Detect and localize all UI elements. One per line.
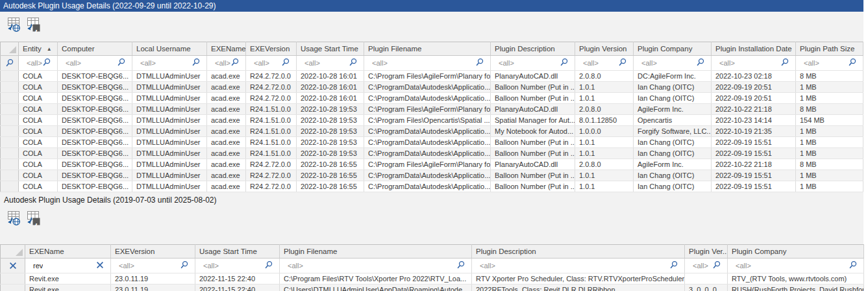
cell-plugin-ver[interactable] [685, 273, 728, 285]
cell-computer[interactable]: DESKTOP-EBQG6... [58, 170, 132, 181]
cell-plugin-description[interactable]: My Notebook for Autod... [491, 126, 575, 137]
cell-plugin-path-size[interactable]: 8 MB [796, 71, 863, 82]
cell-plugin-path-size[interactable]: 1 MB [796, 93, 863, 104]
column-header-exename[interactable]: EXEName [207, 42, 246, 56]
column-header-plugin-installation-date[interactable]: Plugin Installation Date [712, 42, 796, 56]
cell-computer[interactable]: DESKTOP-EBQG6... [58, 126, 132, 137]
cell-plugin-description[interactable]: Balloon Number (Put in ... [491, 137, 575, 148]
table-row[interactable]: Revit.exe23.0.11.192022-11-15 22:40C:\Us… [1, 285, 864, 291]
cell-local-username[interactable]: DTMLLUAdminUser [132, 104, 207, 115]
cell-usage-start-time[interactable]: 2022-10-28 19:53 [297, 148, 364, 159]
cell-plugin-installation-date[interactable]: 2022-10-22 21:18 [712, 104, 796, 115]
column-header-computer[interactable]: Computer [58, 42, 132, 56]
cell-plugin-filename[interactable]: C:\Program Files\AgileForm\Planary fo... [364, 159, 491, 170]
row-indicator[interactable] [1, 285, 25, 291]
filter-cell-local-username[interactable]: <all> [132, 56, 207, 71]
column-header-plugin-company[interactable]: Plugin Company [728, 245, 864, 259]
row-indicator[interactable] [1, 104, 19, 115]
cell-usage-start-time[interactable]: 2022-10-28 19:53 [297, 126, 364, 137]
filter-input[interactable]: <all> [800, 56, 860, 70]
filter-cell-exeversion[interactable]: <all> [111, 259, 195, 273]
table-row[interactable]: Revit.exe23.0.11.192022-11-15 22:40C:\Pr… [1, 273, 864, 285]
column-header-local-username[interactable]: Local Username [132, 42, 207, 56]
cell-entity[interactable]: COLA [19, 71, 58, 82]
row-indicator[interactable] [1, 137, 19, 148]
search-icon[interactable] [849, 260, 858, 271]
cell-exeversion[interactable]: R24.1.51.0.0 [246, 126, 297, 137]
cell-exename[interactable]: acad.exe [207, 104, 246, 115]
column-header-plugin-ver[interactable]: Plugin Ver... [685, 245, 728, 259]
export-table-web-icon[interactable] [5, 16, 22, 33]
column-header-plugin-filename[interactable]: Plugin Filename [364, 42, 491, 56]
search-icon[interactable] [281, 58, 290, 68]
cell-usage-start-time[interactable]: 2022-11-15 22:40 [195, 285, 280, 291]
cell-plugin-version[interactable]: 1.0.1 [575, 170, 634, 181]
export-table-web-icon[interactable] [5, 210, 22, 227]
cell-plugin-company[interactable]: RTV_(RTV Tools, www.rtvtools.com) [728, 273, 864, 285]
cell-local-username[interactable]: DTMLLUAdminUser [132, 82, 207, 93]
cell-entity[interactable]: COLA [19, 82, 58, 93]
cell-plugin-version[interactable]: 8.0.1.12850 [575, 115, 634, 126]
row-indicator[interactable] [1, 126, 19, 137]
filter-cell-plugin-ver[interactable]: <all> [685, 259, 728, 273]
cell-plugin-description[interactable]: PlanaryAutoCAD.dll [491, 104, 575, 115]
cell-computer[interactable]: DESKTOP-EBQG6... [58, 93, 132, 104]
filter-input[interactable]: <all> [689, 259, 725, 273]
search-icon[interactable] [475, 58, 484, 68]
cell-exeversion[interactable]: R24.2.72.0.0 [246, 71, 297, 82]
cell-entity[interactable]: COLA [19, 126, 58, 137]
cell-exename[interactable]: acad.exe [207, 137, 246, 148]
cell-usage-start-time[interactable]: 2022-10-28 16:55 [297, 159, 364, 170]
cell-plugin-description[interactable]: PlanaryAutoCAD.dll [491, 71, 575, 82]
cell-plugin-installation-date[interactable]: 2022-10-23 14:14 [712, 115, 796, 126]
cell-plugin-installation-date[interactable]: 2022-09-19 15:51 [712, 148, 796, 159]
filter-input[interactable]: rev [29, 259, 108, 273]
cell-entity[interactable]: COLA [19, 159, 58, 170]
cell-usage-start-time[interactable]: 2022-10-28 19:53 [297, 137, 364, 148]
table-row[interactable]: COLADESKTOP-EBQG6...DTMLLUAdminUseracad.… [1, 137, 863, 148]
filter-cell-usage-start-time[interactable]: <all> [195, 259, 280, 273]
cell-computer[interactable]: DESKTOP-EBQG6... [58, 137, 132, 148]
row-indicator[interactable] [1, 148, 19, 159]
search-icon[interactable] [669, 260, 678, 271]
cell-plugin-path-size[interactable]: 8 MB [796, 104, 863, 115]
cell-exeversion[interactable]: R24.2.72.0.0 [246, 170, 297, 181]
cell-plugin-company[interactable]: Ian Chang (OITC) [634, 148, 712, 159]
cell-plugin-version[interactable]: 1.0.1 [575, 181, 634, 192]
table-row[interactable]: COLADESKTOP-EBQG6...DTMLLUAdminUseracad.… [1, 104, 863, 115]
table-row[interactable]: COLADESKTOP-EBQG6...DTMLLUAdminUseracad.… [1, 148, 863, 159]
cell-entity[interactable]: COLA [19, 115, 58, 126]
column-header-entity[interactable]: Entity▲ [19, 42, 58, 56]
cell-plugin-company[interactable]: RUSH(RushForth Projects, David Rushforth… [728, 285, 864, 291]
search-icon[interactable] [349, 58, 358, 68]
cell-plugin-path-size[interactable]: 8 MB [796, 159, 863, 170]
clear-all-filters-button[interactable] [1, 259, 25, 273]
column-header-plugin-path-size[interactable]: Plugin Path Size [796, 42, 863, 56]
export-table-data-icon[interactable]: , [25, 210, 42, 227]
search-icon[interactable] [180, 260, 189, 271]
filter-input[interactable]: <all> [732, 259, 861, 273]
cell-computer[interactable]: DESKTOP-EBQG6... [58, 104, 132, 115]
table-row[interactable]: COLADESKTOP-EBQG6...DTMLLUAdminUseracad.… [1, 159, 863, 170]
cell-plugin-description[interactable]: Balloon Number (Put in ... [491, 148, 575, 159]
search-icon[interactable] [117, 58, 126, 68]
cell-local-username[interactable]: DTMLLUAdminUser [132, 137, 207, 148]
cell-plugin-company[interactable]: Forgify Software, LLC.... [634, 126, 712, 137]
cell-plugin-version[interactable]: 1.0.1 [575, 137, 634, 148]
cell-plugin-path-size[interactable]: 1 MB [796, 82, 863, 93]
cell-plugin-description[interactable]: Balloon Number (Put in ... [491, 93, 575, 104]
row-indicator[interactable] [1, 115, 19, 126]
cell-usage-start-time[interactable]: 2022-10-28 16:01 [297, 71, 364, 82]
cell-local-username[interactable]: DTMLLUAdminUser [132, 159, 207, 170]
cell-usage-start-time[interactable]: 2022-10-28 16:01 [297, 93, 364, 104]
cell-plugin-filename[interactable]: C:\ProgramData\Autodesk\Applicatio... [364, 148, 491, 159]
column-header-plugin-version[interactable]: Plugin Version [575, 42, 634, 56]
cell-plugin-installation-date[interactable]: 2022-09-19 15:51 [712, 181, 796, 192]
cell-plugin-installation-date[interactable]: 2022-10-23 02:18 [712, 71, 796, 82]
filter-cell-exeversion[interactable]: <all> [246, 56, 297, 71]
filter-input[interactable]: <all> [211, 56, 243, 70]
cell-exeversion[interactable]: R24.2.72.0.0 [246, 159, 297, 170]
cell-plugin-company[interactable]: AgileForm Inc. [634, 159, 712, 170]
cell-plugin-installation-date[interactable]: 2022-09-19 20:51 [712, 93, 796, 104]
cell-exename[interactable]: Revit.exe [25, 285, 111, 291]
